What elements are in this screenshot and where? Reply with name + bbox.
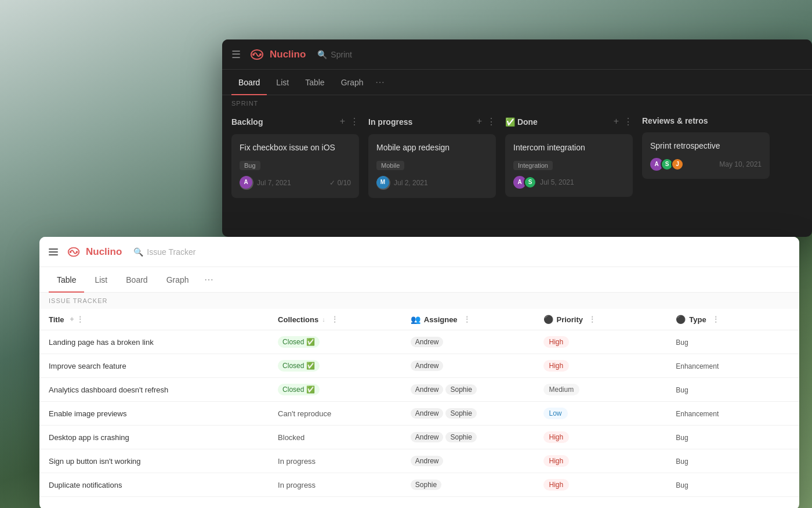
- column-done-header: ✅ Done + ⋮: [505, 116, 633, 127]
- column-more-icon[interactable]: ⋮: [487, 116, 496, 127]
- assignee-tag: Andrew: [411, 408, 444, 419]
- td-assignee: Andrew: [401, 449, 534, 473]
- sprint-window: ☰ Nuclino 🔍 Sprint Board List Table Grap…: [222, 39, 812, 237]
- td-title: Improve search feature: [39, 354, 269, 378]
- table-row[interactable]: Enable image previewsCan't reproduceAndr…: [39, 402, 799, 426]
- td-collection: In progress: [269, 473, 401, 497]
- tab-list[interactable]: List: [269, 74, 296, 91]
- svg-point-1: [252, 53, 255, 56]
- avatar-initials: A: [240, 176, 252, 189]
- column-more-icon[interactable]: ⋮: [350, 116, 359, 127]
- th-collections: Collections ↓ ⋮: [269, 309, 401, 330]
- type-tag: Enhancement: [676, 362, 719, 370]
- td-type: Bug: [666, 426, 799, 449]
- column-done-title: ✅ Done: [505, 117, 538, 127]
- column-inprogress-title: In progress: [368, 117, 412, 127]
- table-row[interactable]: Analytics dashboard doesn't refreshClose…: [39, 378, 799, 402]
- priority-icon: ⚫: [543, 315, 553, 324]
- card-date: May 10, 2021: [719, 160, 762, 168]
- table-row[interactable]: Improve search featureClosed ✅AndrewHigh…: [39, 354, 799, 378]
- assignee-icon: 👥: [411, 315, 420, 324]
- table-row[interactable]: Duplicate notificationsIn progressSophie…: [39, 473, 799, 497]
- td-priority: High: [534, 426, 667, 449]
- th-type: ⚫ Type ⋮: [666, 309, 799, 330]
- tab-board[interactable]: Board: [231, 74, 267, 91]
- assignee-tag: Sophie: [445, 384, 476, 395]
- tab-graph[interactable]: Graph: [334, 74, 371, 91]
- card-mobile-redesign[interactable]: Mobile app redesign Mobile M Jul 2, 2021: [368, 134, 496, 198]
- table-header: Title + ⋮ Collections ↓ ⋮: [39, 309, 799, 330]
- td-type: Bug: [666, 449, 799, 473]
- sprint-header: ☰ Nuclino 🔍 Sprint: [222, 39, 812, 70]
- th-assignee-actions: ⋮: [463, 315, 470, 323]
- tab-graph[interactable]: Graph: [158, 272, 197, 288]
- td-title: Duplicate notifications: [39, 473, 269, 497]
- priority-tag: High: [543, 360, 570, 372]
- td-assignee: Andrew: [401, 330, 534, 354]
- col-more-icon[interactable]: ⋮: [589, 315, 596, 323]
- add-card-icon[interactable]: +: [477, 116, 482, 127]
- assignee-tag: Sophie: [411, 480, 441, 490]
- sort-icon[interactable]: ↓: [322, 316, 325, 323]
- priority-tag: High: [543, 336, 570, 348]
- td-title: Analytics dashboard doesn't refresh: [39, 378, 269, 402]
- card-fix-checkbox-tag: Bug: [240, 161, 260, 170]
- avatar-2: S: [524, 176, 536, 189]
- column-inprogress-actions: + ⋮: [477, 116, 496, 127]
- card-fix-checkbox-footer: A Jul 7, 2021 ✓ 0/10: [240, 176, 351, 190]
- table-row[interactable]: Desktop app is crashingBlockedAndrewSoph…: [39, 426, 799, 449]
- type-tag: Bug: [676, 481, 688, 489]
- column-done: ✅ Done + ⋮ Intercom integration Integrat…: [505, 116, 633, 198]
- card-sprint-retro[interactable]: Sprint retrospective A S J May 10, 2021: [642, 132, 770, 179]
- col-more-icon[interactable]: ⋮: [712, 315, 719, 323]
- td-collection: Blocked: [269, 426, 401, 449]
- priority-tag: High: [543, 431, 570, 443]
- hamburger-menu-icon[interactable]: [49, 248, 58, 255]
- issue-search[interactable]: 🔍 Issue Tracker: [133, 247, 195, 257]
- col-more-icon[interactable]: ⋮: [331, 315, 338, 323]
- sprint-search[interactable]: 🔍 Sprint: [317, 50, 352, 59]
- issue-table-container: Title + ⋮ Collections ↓ ⋮: [39, 309, 799, 497]
- col-more-icon[interactable]: ⋮: [463, 315, 470, 323]
- type-tag: Bug: [676, 434, 688, 442]
- column-more-icon[interactable]: ⋮: [624, 116, 633, 127]
- add-card-icon[interactable]: +: [340, 116, 345, 127]
- board-columns: Backlog + ⋮ Fix checkbox issue on iOS Bu…: [222, 111, 812, 203]
- priority-tag: Low: [543, 408, 568, 419]
- card-fix-checkbox[interactable]: Fix checkbox issue on iOS Bug A Jul 7, 2…: [231, 134, 359, 198]
- card-intercom[interactable]: Intercom integration Integration A S Jul…: [505, 134, 633, 197]
- card-avatar: A: [240, 176, 253, 190]
- th-title-inner: Title + ⋮: [49, 315, 259, 324]
- collection-tag: Closed ✅: [278, 384, 320, 395]
- th-collections-actions: ⋮: [331, 315, 338, 323]
- td-title: Desktop app is crashing: [39, 426, 269, 449]
- td-title: Enable image previews: [39, 402, 269, 426]
- col-more-icon[interactable]: ⋮: [77, 315, 84, 323]
- column-backlog-header: Backlog + ⋮: [231, 116, 359, 127]
- tab-list[interactable]: List: [86, 272, 115, 288]
- th-type-inner: ⚫ Type ⋮: [676, 315, 790, 324]
- tab-board[interactable]: Board: [118, 272, 155, 288]
- card-date: Jul 2, 2021: [394, 179, 428, 187]
- td-priority: High: [534, 473, 667, 497]
- column-done-actions: + ⋮: [614, 116, 633, 127]
- tab-table[interactable]: Table: [298, 74, 331, 91]
- th-assignee: 👥 Assignee ⋮: [401, 309, 534, 330]
- card-mobile-redesign-tag: Mobile: [376, 161, 404, 170]
- issue-window: Nuclino 🔍 Issue Tracker Table List Board…: [39, 237, 799, 508]
- td-assignee: Sophie: [401, 473, 534, 497]
- tabs-more-icon[interactable]: ⋯: [200, 272, 218, 287]
- tabs-more-icon[interactable]: ⋯: [375, 77, 385, 88]
- td-title: Sign up button isn't working: [39, 449, 269, 473]
- add-col-icon[interactable]: +: [70, 315, 74, 323]
- hamburger-menu-icon[interactable]: ☰: [231, 48, 241, 61]
- tab-table[interactable]: Table: [49, 272, 84, 288]
- issue-logo-text: Nuclino: [86, 246, 122, 258]
- issue-search-placeholder: Issue Tracker: [147, 247, 195, 257]
- card-fix-checkbox-title: Fix checkbox issue on iOS: [240, 142, 351, 154]
- table-row[interactable]: Landing page has a broken linkClosed ✅An…: [39, 330, 799, 354]
- add-card-icon[interactable]: +: [614, 116, 619, 127]
- table-row[interactable]: Sign up button isn't workingIn progressA…: [39, 449, 799, 473]
- column-backlog-title: Backlog: [231, 117, 263, 127]
- td-assignee: AndrewSophie: [401, 426, 534, 449]
